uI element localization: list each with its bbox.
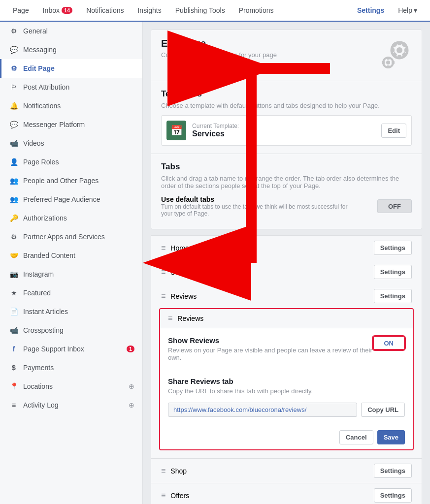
sidebar-item-label: Payments xyxy=(23,364,134,372)
templates-title: Templates xyxy=(161,89,412,99)
svg-point-5 xyxy=(397,47,402,53)
nav-notifications[interactable]: Notifications xyxy=(79,0,131,22)
svg-rect-16 xyxy=(387,57,390,60)
nav-page[interactable]: Page xyxy=(6,0,36,22)
use-default-label: Use default tabs xyxy=(161,195,348,203)
inbox-badge: 14 xyxy=(62,7,72,14)
drag-icon: ≡ xyxy=(168,314,172,323)
templates-desc: Choose a template with default buttons a… xyxy=(161,102,412,109)
sidebar-item-branded-content[interactable]: 🤝 Branded Content xyxy=(0,246,142,265)
sidebar-item-page-roles[interactable]: 👤 Page Roles xyxy=(0,153,142,171)
sidebar-item-messaging[interactable]: 💬 Messaging xyxy=(0,40,142,59)
sidebar-item-label: Page Roles xyxy=(23,158,134,166)
nav-insights[interactable]: Insights xyxy=(131,0,168,22)
article-icon: 📄 xyxy=(9,307,18,316)
nav-help[interactable]: Help ▾ xyxy=(391,0,424,22)
sidebar-item-label: Videos xyxy=(23,139,134,147)
chevron-down-icon: ▾ xyxy=(414,6,417,14)
drag-icon: ≡ xyxy=(161,491,165,500)
share-tab-title: Share Reviews tab xyxy=(168,377,405,385)
sidebar-item-messenger-platform[interactable]: 💬 Messenger Platform xyxy=(0,115,142,134)
sidebar-item-activity-log[interactable]: ≡ Activity Log ⊕ xyxy=(0,396,142,414)
page-title: Edit Page xyxy=(161,38,277,49)
add-icon[interactable]: ⊕ xyxy=(129,382,134,390)
tab-reviews-settings-button[interactable]: Settings xyxy=(374,289,412,303)
sidebar-item-label: Activity Log xyxy=(23,401,124,409)
sidebar-item-featured[interactable]: ★ Featured xyxy=(0,284,142,302)
sidebar-item-label: People and Other Pages xyxy=(23,177,134,185)
location-icon: 📍 xyxy=(9,382,18,391)
gear-icon: ⚙ xyxy=(9,27,18,35)
sidebar-item-people-other-pages[interactable]: 👥 People and Other Pages xyxy=(0,171,142,190)
external-link-icon[interactable]: ⊕ xyxy=(129,401,134,409)
share-tab-desc: Copy the URL to share this tab with peop… xyxy=(168,387,405,395)
tab-row-home: ≡ Home Settings xyxy=(151,235,422,260)
tabs-section: Tabs Click and drag a tab name to rearra… xyxy=(151,154,422,229)
save-button[interactable]: Save xyxy=(377,430,405,444)
sidebar-item-instant-articles[interactable]: 📄 Instant Articles xyxy=(0,302,142,321)
tab-home-label: Home xyxy=(170,244,189,252)
main-content: Edit Page Configure actions and tabs for… xyxy=(143,22,430,504)
url-row: Copy URL xyxy=(168,403,405,417)
sidebar-item-preferred-page-audience[interactable]: 👥 Preferred Page Audience xyxy=(0,190,142,209)
sidebar-item-label: Post Attribution xyxy=(23,83,134,91)
drag-icon: ≡ xyxy=(161,244,165,252)
tab-row-offers: ≡ Offers Settings xyxy=(151,483,422,504)
drag-icon: ≡ xyxy=(161,268,165,277)
tab-shop-settings-button[interactable]: Settings xyxy=(374,464,412,478)
sidebar-item-label: Partner Apps and Services xyxy=(23,233,134,241)
tab-offers-settings-button[interactable]: Settings xyxy=(374,488,412,503)
templates-section: Templates Choose a template with default… xyxy=(151,81,422,154)
sidebar-item-payments[interactable]: $ Payments xyxy=(0,358,142,377)
sidebar-item-videos[interactable]: 📹 Videos xyxy=(0,134,142,153)
sidebar-item-label: Preferred Page Audience xyxy=(23,195,134,203)
tabs-title: Tabs xyxy=(161,162,412,172)
default-tabs-toggle[interactable]: OFF xyxy=(377,199,412,213)
sidebar-item-label: General xyxy=(23,27,134,35)
messaging-icon: 💬 xyxy=(9,45,18,54)
user-icon: 👤 xyxy=(9,158,18,166)
nav-publishing-tools[interactable]: Publishing Tools xyxy=(168,0,232,22)
sidebar-item-label: Featured xyxy=(23,289,134,297)
sidebar-item-partner-apps-services[interactable]: ⚙ Partner Apps and Services xyxy=(0,227,142,246)
audience-icon: 👥 xyxy=(9,195,18,204)
svg-rect-7 xyxy=(397,55,401,59)
sidebar-item-edit-page[interactable]: ⚙ Edit Page xyxy=(0,59,142,78)
sidebar-item-post-attribution[interactable]: 🏳 Post Attribution xyxy=(0,78,142,96)
show-reviews-desc: Reviews on your Page are visible and peo… xyxy=(168,346,373,361)
cancel-button[interactable]: Cancel xyxy=(339,430,373,444)
sidebar-item-label: Edit Page xyxy=(23,64,134,72)
top-nav: Page Inbox 14 Notifications Insights Pub… xyxy=(0,0,430,22)
copy-url-button[interactable]: Copy URL xyxy=(361,403,405,417)
nav-settings[interactable]: Settings xyxy=(350,0,391,22)
nav-promotions[interactable]: Promotions xyxy=(232,0,281,22)
nav-inbox[interactable]: Inbox 14 xyxy=(36,0,80,22)
reviews-footer: Cancel Save xyxy=(160,425,413,449)
reviews-header-label: Reviews xyxy=(177,315,203,322)
tab-services-settings-button[interactable]: Settings xyxy=(374,265,412,279)
decorative-gear-icon xyxy=(372,38,412,75)
sidebar-item-authorizations[interactable]: 🔑 Authorizations xyxy=(0,209,142,227)
gear-icon: ⚙ xyxy=(9,64,18,73)
sidebar-item-instagram[interactable]: 📷 Instagram xyxy=(0,265,142,284)
people-icon: 👥 xyxy=(9,176,18,185)
sidebar-item-page-support-inbox[interactable]: f Page Support Inbox 1 xyxy=(0,340,142,358)
reviews-url-input[interactable] xyxy=(168,403,357,417)
tab-home-settings-button[interactable]: Settings xyxy=(374,241,412,255)
sidebar-item-general[interactable]: ⚙ General xyxy=(0,22,142,40)
flag-icon: 🏳 xyxy=(9,83,18,92)
show-reviews-title: Show Reviews xyxy=(168,336,373,345)
show-reviews-toggle[interactable]: ON xyxy=(373,336,405,350)
reviews-box-body: Show Reviews Reviews on your Page are vi… xyxy=(160,328,413,425)
sidebar-item-notifications[interactable]: 🔔 Notifications xyxy=(0,96,142,115)
sidebar-item-label: Branded Content xyxy=(23,252,134,259)
template-icon: 📅 xyxy=(166,121,186,140)
template-row: 📅 Current Template: Services Edit xyxy=(161,115,412,146)
support-badge: 1 xyxy=(127,346,134,352)
star-icon: ★ xyxy=(9,288,18,297)
edit-template-button[interactable]: Edit xyxy=(381,124,406,138)
instagram-icon: 📷 xyxy=(9,270,18,279)
sidebar-item-locations[interactable]: 📍 Locations ⊕ xyxy=(0,377,142,396)
svg-rect-19 xyxy=(392,61,395,64)
sidebar-item-crossposting[interactable]: 📹 Crossposting xyxy=(0,321,142,340)
